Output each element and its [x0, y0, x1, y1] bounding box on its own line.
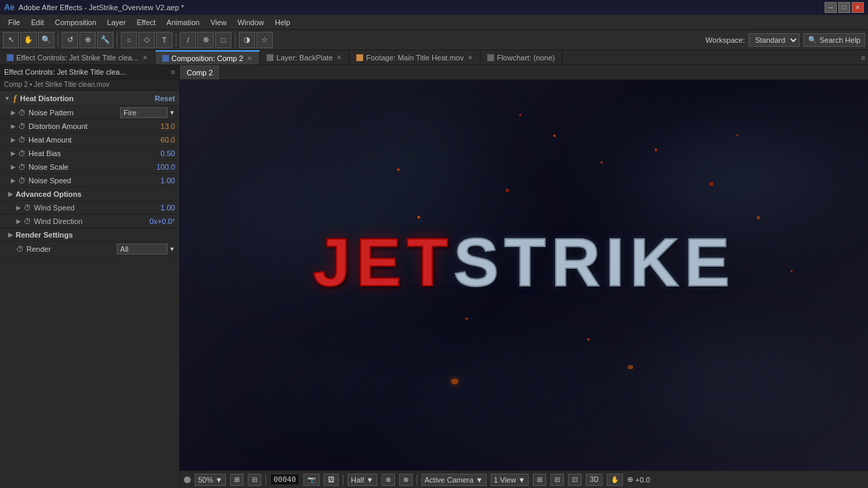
render-dropdown[interactable]: All ▼ — [117, 244, 175, 255]
timecode-display-preview[interactable]: 00040 — [270, 474, 299, 485]
menu-edit[interactable]: Edit — [26, 17, 50, 28]
tab-effect-controls[interactable]: Effect Controls: Jet Strike Title clea..… — [0, 50, 155, 64]
render-dropdown-arrow[interactable]: ▼ — [169, 246, 175, 252]
reset-button[interactable]: Reset — [155, 94, 175, 102]
noise-scale-value[interactable]: 100.0 — [148, 163, 175, 171]
zoom-value: 50% — [198, 476, 213, 484]
stopwatch-icon-noisespeed[interactable]: ⏱ — [18, 176, 26, 185]
stopwatch-icon-noise[interactable]: ⏱ — [18, 109, 26, 117]
close-button[interactable]: ✕ — [852, 2, 864, 13]
search-help-box[interactable]: 🔍 Search Help — [804, 33, 865, 47]
stopwatch-icon-noisescale[interactable]: ⏱ — [18, 163, 26, 171]
stopwatch-icon-distortion[interactable]: ⏱ — [18, 122, 26, 130]
noise-speed-twirl[interactable]: ▶ — [11, 177, 16, 184]
advanced-twirl[interactable]: ▶ — [8, 191, 13, 198]
selection-tool[interactable]: ↖ — [3, 32, 19, 48]
menu-window[interactable]: Window — [232, 17, 269, 28]
noise-pattern-label: Noise Pattern — [29, 109, 117, 117]
grid-btn[interactable]: ⊟ — [550, 474, 564, 486]
noise-speed-value[interactable]: 1.00 — [148, 176, 175, 185]
preview-canvas: JETSTRIKE — [180, 80, 868, 470]
hand-tool-preview[interactable]: ✋ — [607, 474, 623, 486]
stopwatch-icon-windspeed[interactable]: ⏱ — [24, 204, 31, 212]
puppet-tool[interactable]: ☆ — [257, 32, 273, 48]
wind-speed-value[interactable]: 1.00 — [148, 204, 175, 212]
title-bar-buttons: ─ □ ✕ — [825, 2, 864, 13]
guides-btn[interactable]: ⊡ — [568, 474, 582, 486]
distortion-amount-value[interactable]: 13.0 — [148, 122, 175, 130]
menu-view[interactable]: View — [205, 17, 232, 28]
snapshot-btn[interactable]: 📷 — [303, 474, 320, 486]
shape-tool[interactable]: ○ — [121, 32, 137, 48]
view-options-btn[interactable]: ⊞ — [533, 474, 546, 486]
left-panel-menu-icon[interactable]: ≡ — [171, 68, 175, 76]
stopwatch-icon-heat[interactable]: ⏱ — [18, 136, 26, 144]
tab-footage-close[interactable]: ✕ — [468, 54, 473, 61]
tab-composition[interactable]: Composition: Comp 2 ✕ — [155, 50, 261, 64]
heat-amount-twirl[interactable]: ▶ — [11, 136, 16, 143]
camera-tool[interactable]: ⊕ — [79, 32, 96, 48]
text-tool[interactable]: T — [156, 32, 172, 48]
menu-composition[interactable]: Composition — [50, 17, 102, 28]
zoom-dropdown[interactable]: 50% ▼ — [195, 474, 226, 486]
heat-bias-value[interactable]: 0.50 — [148, 149, 175, 157]
prop-distortion-amount: ▶ ⏱ Distortion Amount 13.0 — [0, 119, 179, 133]
safe-zones-btn[interactable]: ⊟ — [248, 474, 261, 486]
particle-1 — [553, 134, 556, 137]
tab-effect-close[interactable]: ✕ — [143, 54, 148, 61]
stopwatch-icon-winddir[interactable]: ⏱ — [24, 217, 31, 225]
camera-dropdown[interactable]: Active Camera ▼ — [421, 474, 487, 486]
roto-tool[interactable]: ◑ — [239, 32, 255, 48]
comp2-tab[interactable]: Comp 2 — [180, 65, 221, 79]
workspace-dropdown[interactable]: Standard — [749, 33, 799, 47]
minimize-button[interactable]: ─ — [825, 2, 837, 13]
rotate-tool[interactable]: ↺ — [62, 32, 78, 48]
quality-value: Half — [351, 476, 364, 484]
tab-layer-close[interactable]: ✕ — [337, 54, 342, 61]
toggle-color-btn[interactable]: ⊗ — [399, 474, 413, 486]
toggle-alpha-btn[interactable]: ⊕ — [381, 474, 395, 486]
pen-tool[interactable]: 🔧 — [97, 32, 113, 48]
dropdown-arrow[interactable]: ▼ — [169, 109, 175, 116]
wind-direction-twirl[interactable]: ▶ — [16, 218, 21, 225]
tab-comp-close[interactable]: ✕ — [247, 55, 252, 62]
render-settings-header[interactable]: ▶ Render Settings — [0, 228, 179, 242]
eraser-tool[interactable]: □ — [215, 32, 231, 48]
render-twirl[interactable]: ▶ — [8, 231, 13, 238]
noise-scale-twirl[interactable]: ▶ — [11, 164, 16, 170]
zoom-tool[interactable]: 🔍 — [38, 32, 54, 48]
advanced-options-header[interactable]: ▶ Advanced Options — [0, 187, 179, 201]
tab-flowchart[interactable]: Flowchart: (none) — [480, 50, 563, 64]
noise-pattern-dropdown[interactable]: Fire ▼ — [120, 107, 175, 118]
distortion-amount-twirl[interactable]: ▶ — [11, 123, 16, 130]
wind-direction-value[interactable]: 0x+0.0° — [148, 217, 175, 225]
brush-tool[interactable]: / — [180, 32, 196, 48]
maximize-button[interactable]: □ — [838, 2, 850, 13]
tab-layer[interactable]: Layer: BackPlate ✕ — [260, 50, 350, 64]
quality-dropdown[interactable]: Half ▼ — [347, 474, 377, 486]
wind-speed-twirl[interactable]: ▶ — [16, 204, 21, 211]
clone-tool[interactable]: ⊗ — [197, 32, 214, 48]
3d-btn[interactable]: 3D — [586, 474, 603, 486]
fit-to-screen-btn[interactable]: ⊞ — [230, 474, 244, 486]
heat-bias-twirl[interactable]: ▶ — [11, 150, 16, 157]
show-snapshot-btn[interactable]: 🖼 — [324, 474, 339, 486]
stopwatch-icon-render[interactable]: ⏱ — [16, 245, 24, 253]
preview-controls: 50% ▼ ⊞ ⊟ 00040 📷 🖼 Half ▼ ⊕ ⊗ Active C — [180, 470, 868, 488]
menu-animation[interactable]: Animation — [161, 17, 205, 28]
distortion-amount-label: Distortion Amount — [29, 122, 145, 130]
heat-amount-value[interactable]: 60.0 — [148, 136, 175, 144]
menu-effect[interactable]: Effect — [131, 17, 161, 28]
heat-distortion-twirl[interactable]: ▼ — [4, 95, 10, 102]
noise-pattern-twirl[interactable]: ▶ — [11, 109, 16, 116]
left-panel-title: Effect Controls: Jet Strike Title clea..… — [4, 68, 126, 76]
hand-tool[interactable]: ✋ — [20, 32, 37, 48]
menu-layer[interactable]: Layer — [102, 17, 132, 28]
stopwatch-icon-heatbias[interactable]: ⏱ — [18, 149, 26, 157]
menu-help[interactable]: Help — [269, 17, 296, 28]
fill-tool[interactable]: ◇ — [138, 32, 155, 48]
tab-footage[interactable]: Footage: Main Title Heat.mov ✕ — [350, 50, 480, 64]
view-dropdown[interactable]: 1 View ▼ — [491, 474, 529, 486]
menu-file[interactable]: File — [3, 17, 26, 28]
tabs-menu-icon[interactable]: ≡ — [858, 50, 868, 64]
